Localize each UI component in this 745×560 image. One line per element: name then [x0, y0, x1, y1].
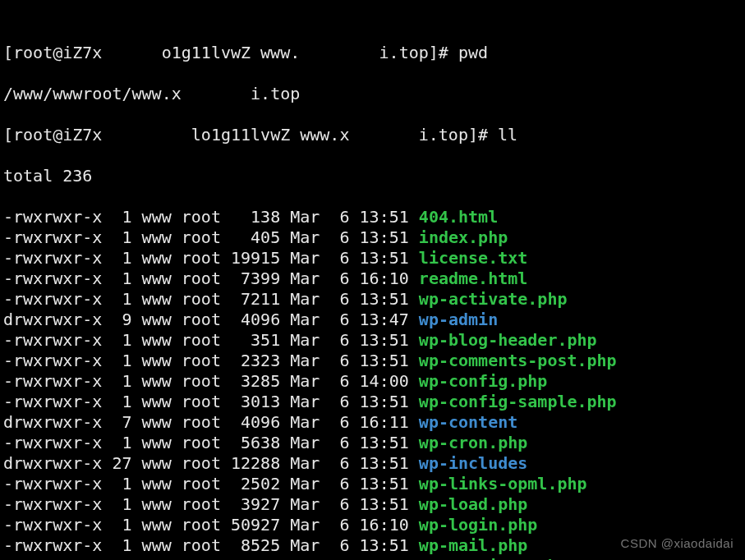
- group: root: [182, 351, 221, 370]
- redacted-text: xxxxxxx: [349, 125, 418, 145]
- file-name: wp-blog-header.php: [419, 330, 597, 350]
- terminal[interactable]: [root@iZ7xxxxxxxo1g11lvwZ www.xxxxxxxxi.…: [0, 0, 745, 560]
- prompt-line-1: [root@iZ7xxxxxxxo1g11lvwZ www.xxxxxxxxi.…: [3, 43, 742, 63]
- group: root: [182, 494, 221, 514]
- list-item: drwxrwxr-x 7 www root 4096 Mar 6 16:11 w…: [3, 412, 742, 433]
- list-item: -rwxrwxr-x 1 www root 2502 Mar 6 13:51 w…: [3, 474, 742, 494]
- permissions: -rwxrwxr-x: [3, 351, 102, 370]
- day: 6: [329, 515, 349, 535]
- day: 6: [329, 330, 349, 350]
- time: 14:00: [360, 371, 409, 391]
- total-line: total 236: [3, 166, 742, 186]
- month: Mar: [290, 289, 320, 309]
- owner: www: [142, 494, 172, 514]
- link-count: 1: [112, 227, 131, 247]
- month: Mar: [290, 371, 320, 391]
- time: 13:51: [360, 535, 409, 555]
- time: 13:51: [360, 453, 409, 473]
- day: 6: [329, 269, 349, 288]
- day: 6: [329, 535, 349, 555]
- list-item: -rwxrwxr-x 1 www root 19915 Mar 6 13:51 …: [3, 248, 742, 269]
- link-count: 1: [112, 207, 131, 227]
- permissions: -rwxrwxr-x: [3, 556, 102, 560]
- owner: www: [142, 433, 172, 452]
- month: Mar: [290, 556, 320, 560]
- watermark: CSDN @xiaodaidai: [621, 536, 734, 550]
- size: 3013: [231, 392, 280, 411]
- group: root: [182, 453, 221, 473]
- day: 6: [329, 433, 349, 452]
- permissions: -rwxrwxr-x: [3, 207, 102, 227]
- link-count: 1: [112, 371, 131, 391]
- link-count: 1: [112, 556, 131, 560]
- group: root: [182, 371, 221, 391]
- permissions: -rwxrwxr-x: [3, 371, 102, 391]
- file-name: wp-activate.php: [419, 289, 568, 309]
- group: root: [182, 330, 221, 350]
- day: 6: [329, 248, 349, 268]
- group: root: [182, 556, 221, 560]
- size: 138: [231, 207, 280, 227]
- time: 16:10: [360, 515, 409, 535]
- permissions: drwxrwxr-x: [3, 453, 102, 473]
- time: 16:11: [360, 412, 409, 432]
- pwd-output: /www/wwwroot/www.xxxxxxxxi.top: [3, 84, 742, 104]
- month: Mar: [290, 535, 320, 555]
- group: root: [182, 248, 221, 268]
- group: root: [182, 474, 221, 493]
- prompt-prefix: [root@iZ7x: [3, 43, 102, 62]
- owner: www: [142, 412, 172, 432]
- size: 405: [231, 227, 280, 247]
- month: Mar: [290, 351, 320, 370]
- prompt-suffix: i.top]#: [419, 125, 498, 145]
- owner: www: [142, 453, 172, 473]
- size: 8525: [231, 535, 280, 555]
- month: Mar: [290, 474, 320, 493]
- month: Mar: [290, 433, 320, 452]
- month: Mar: [290, 269, 320, 288]
- month: Mar: [290, 515, 320, 535]
- permissions: drwxrwxr-x: [3, 310, 102, 329]
- pwd-path-prefix: /www/wwwroot/www.x: [3, 84, 182, 103]
- group: root: [182, 535, 221, 555]
- time: 13:51: [360, 474, 409, 493]
- redacted-text: xxxxxxxx: [300, 43, 379, 63]
- permissions: -rwxrwxr-x: [3, 515, 102, 535]
- link-count: 1: [112, 433, 131, 452]
- time: 13:51: [360, 556, 409, 560]
- size: 7399: [231, 269, 280, 288]
- day: 6: [329, 371, 349, 391]
- owner: www: [142, 289, 172, 309]
- group: root: [182, 289, 221, 309]
- owner: www: [142, 535, 172, 555]
- list-item: drwxrwxr-x 27 www root 12288 Mar 6 13:51…: [3, 453, 742, 474]
- redacted-text: xxxxxxxxx: [102, 125, 191, 145]
- directory-name: wp-includes: [419, 453, 527, 473]
- file-name: wp-load.php: [419, 494, 527, 514]
- permissions: -rwxrwxr-x: [3, 392, 102, 411]
- time: 13:51: [360, 289, 409, 309]
- size: 351: [231, 330, 280, 350]
- size: 26409: [231, 556, 280, 560]
- size: 12288: [231, 453, 280, 473]
- prompt-mid: o1g11lvwZ www.: [162, 43, 301, 62]
- owner: www: [142, 515, 172, 535]
- time: 13:51: [360, 207, 409, 227]
- month: Mar: [290, 412, 320, 432]
- owner: www: [142, 330, 172, 350]
- prompt-mid: lo1g11lvwZ www.x: [191, 125, 350, 145]
- link-count: 1: [112, 474, 131, 493]
- group: root: [182, 269, 221, 288]
- month: Mar: [290, 494, 320, 514]
- month: Mar: [290, 392, 320, 411]
- prompt-suffix: i.top]#: [379, 43, 458, 62]
- link-count: 1: [112, 535, 131, 555]
- day: 6: [329, 289, 349, 309]
- month: Mar: [290, 453, 320, 473]
- owner: www: [142, 310, 172, 329]
- redacted-text: xxxxxx: [102, 43, 161, 63]
- command-pwd: pwd: [458, 43, 488, 62]
- prompt-prefix: [root@iZ7x: [3, 125, 102, 145]
- size: 50927: [231, 515, 280, 535]
- file-name: wp-links-opml.php: [419, 474, 587, 493]
